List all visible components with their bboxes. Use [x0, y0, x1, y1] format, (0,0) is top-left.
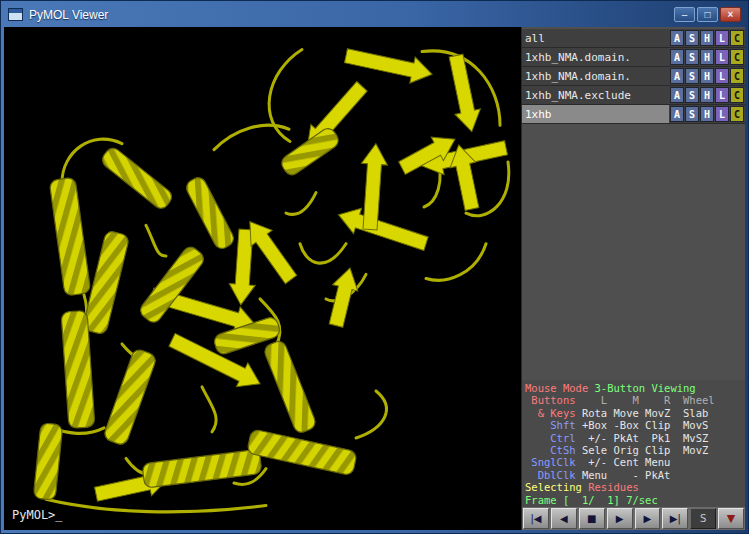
double-click-line: DblClk Menu - PkAt	[525, 469, 745, 481]
action-button[interactable]: A	[670, 30, 684, 46]
beta-arrows	[93, 43, 508, 508]
ctrl-bindings-line: Ctrl +/- PkAt Pk1 MvSZ	[525, 432, 745, 444]
color-button[interactable]: C	[730, 106, 744, 122]
keys-header-line: & Keys Rota Move MovZ Slab	[525, 407, 745, 419]
label-button[interactable]: L	[715, 106, 729, 122]
command-prompt[interactable]: PyMOL>_	[12, 508, 63, 522]
playback-controls: |◀ ◀ ■ ▶ ▶ ▶| S ▼	[522, 507, 745, 530]
action-button[interactable]: A	[670, 87, 684, 103]
fullscreen-button[interactable]: ▼	[718, 508, 744, 529]
label-button[interactable]: L	[715, 68, 729, 84]
titlebar[interactable]: PyMOL Viewer – □ ×	[4, 2, 745, 27]
show-button[interactable]: S	[685, 49, 699, 65]
hide-button[interactable]: H	[700, 68, 714, 84]
show-button[interactable]: S	[685, 87, 699, 103]
skip-to-end-button[interactable]: ▶|	[662, 508, 688, 529]
object-name[interactable]: 1xhb	[522, 105, 669, 123]
stop-button[interactable]: ■	[579, 508, 605, 529]
color-button[interactable]: C	[730, 30, 744, 46]
object-name[interactable]: all	[522, 29, 669, 47]
side-panel: all A S H L C 1xhb_NMA.domain. A S H L C	[521, 27, 745, 530]
object-buttons: A S H L C	[669, 48, 745, 66]
object-buttons: A S H L C	[669, 67, 745, 85]
mouse-mode-value: 3-Button Viewing	[595, 382, 696, 394]
hide-button[interactable]: H	[700, 49, 714, 65]
window-controls: – □ ×	[674, 7, 741, 22]
mouse-mode-line[interactable]: Mouse Mode 3-Button Viewing	[525, 382, 745, 394]
close-button[interactable]: ×	[720, 7, 741, 22]
object-row[interactable]: 1xhb_NMA.domain. A S H L C	[522, 67, 745, 86]
skip-to-start-button[interactable]: |◀	[523, 508, 549, 529]
label-button[interactable]: L	[715, 49, 729, 65]
step-forward-button[interactable]: ▶	[635, 508, 661, 529]
maximize-button[interactable]: □	[697, 7, 718, 22]
object-row-all[interactable]: all A S H L C	[522, 29, 745, 48]
app-icon	[8, 8, 23, 21]
scene-button[interactable]: S	[690, 508, 716, 529]
object-name[interactable]: 1xhb_NMA.domain.	[522, 67, 669, 85]
object-row[interactable]: 1xhb_NMA.exclude A S H L C	[522, 86, 745, 105]
play-button[interactable]: ▶	[607, 508, 633, 529]
minimize-button[interactable]: –	[674, 7, 695, 22]
mouse-mode-label: Mouse Mode	[525, 382, 595, 394]
object-row-selected[interactable]: 1xhb A S H L C	[522, 105, 745, 124]
hide-button[interactable]: H	[700, 87, 714, 103]
frame-counter-line: Frame [ 1/ 1] 7/sec	[525, 494, 745, 506]
window-title: PyMOL Viewer	[29, 8, 668, 22]
action-button[interactable]: A	[670, 49, 684, 65]
main-content: PyMOL>_ all A S H L C 1xhb_NMA.domain. A…	[4, 27, 745, 530]
panel-spacer	[522, 124, 745, 380]
ctrl-shift-bindings-line: CtSh Sele Orig Clip MovZ	[525, 444, 745, 456]
object-buttons: A S H L C	[669, 29, 745, 47]
shift-bindings-line: Shft +Box -Box Clip MovS	[525, 419, 745, 431]
show-button[interactable]: S	[685, 106, 699, 122]
protein-structure	[4, 27, 521, 530]
color-button[interactable]: C	[730, 49, 744, 65]
label-button[interactable]: L	[715, 30, 729, 46]
selection-mode-line[interactable]: Selecting Residues	[525, 481, 745, 493]
action-button[interactable]: A	[670, 68, 684, 84]
object-name[interactable]: 1xhb_NMA.exclude	[522, 86, 669, 104]
selecting-label: Selecting	[525, 481, 588, 493]
object-buttons: A S H L C	[669, 105, 745, 123]
show-button[interactable]: S	[685, 30, 699, 46]
show-button[interactable]: S	[685, 68, 699, 84]
action-button[interactable]: A	[670, 106, 684, 122]
object-name[interactable]: 1xhb_NMA.domain.	[522, 48, 669, 66]
label-button[interactable]: L	[715, 87, 729, 103]
object-row[interactable]: 1xhb_NMA.domain. A S H L C	[522, 48, 745, 67]
hide-button[interactable]: H	[700, 30, 714, 46]
buttons-header-line: Buttons L M R Wheel	[525, 394, 745, 406]
color-button[interactable]: C	[730, 87, 744, 103]
step-back-button[interactable]: ◀	[551, 508, 577, 529]
object-buttons: A S H L C	[669, 86, 745, 104]
single-click-line: SnglClk +/- Cent Menu	[525, 456, 745, 468]
mouse-panel: Mouse Mode 3-Button Viewing Buttons L M …	[522, 380, 745, 507]
hide-button[interactable]: H	[700, 106, 714, 122]
selection-mode-value: Residues	[588, 481, 639, 493]
color-button[interactable]: C	[730, 68, 744, 84]
viewport-3d[interactable]: PyMOL>_	[4, 27, 521, 530]
object-list: all A S H L C 1xhb_NMA.domain. A S H L C	[522, 27, 745, 124]
